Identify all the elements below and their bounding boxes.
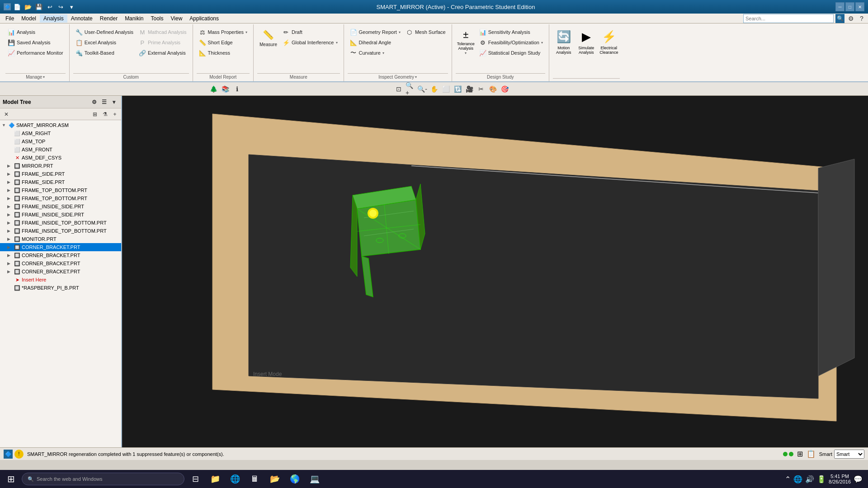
menu-annotate[interactable]: Annotate [67, 14, 96, 23]
search-icon[interactable]: 🔍 [835, 14, 844, 23]
tree-item-frame-side-1[interactable]: ▶ 🔲 FRAME_SIDE.PRT [0, 170, 121, 178]
mesh-surface-btn[interactable]: ⬡ Mesh Surface [404, 27, 448, 37]
taskbar-task-view[interactable]: ⊟ [186, 471, 204, 487]
taskbar-chrome[interactable]: 🌐 [226, 471, 244, 487]
draft-btn[interactable]: ✏ Draft [280, 27, 340, 37]
tree-item-frame-side-2[interactable]: ▶ 🔲 FRAME_SIDE.PRT [0, 178, 121, 186]
taskbar-calculator[interactable]: 🖩 [246, 471, 264, 487]
menu-model[interactable]: Model [18, 14, 40, 23]
statistical-btn[interactable]: 📈 Statistical Design Study [477, 48, 545, 58]
zoom-out-btn[interactable]: 🔍- [417, 84, 428, 94]
layer-tree-btn[interactable]: 📚 [220, 84, 231, 94]
spin-btn[interactable]: 🔃 [452, 84, 463, 94]
simulate-btn[interactable]: ▶ SimulateAnalysis [576, 26, 597, 56]
mt-filter-btn[interactable]: ⚗ [100, 110, 109, 119]
layer-view-btn[interactable]: 📋 [807, 450, 816, 458]
taskbar-folder[interactable]: 📂 [266, 471, 284, 487]
mt-dd-btn[interactable]: ▾ [109, 98, 118, 107]
prop-btn[interactable]: ℹ [231, 84, 242, 94]
curvature-btn[interactable]: 〜 Curvature ▾ [348, 48, 403, 58]
tree-item-frame-inside-tb-1[interactable]: ▶ 🔲 FRAME_INSIDE_TOP_BOTTOM.PRT [0, 219, 121, 227]
performance-monitor-btn[interactable]: 📈 Performance Monitor [5, 48, 66, 58]
redo-btn[interactable]: ↪ [56, 2, 65, 11]
analysis-btn[interactable]: 📊 Analysis [5, 27, 66, 37]
short-edge-btn[interactable]: 📏 Short Edge [197, 38, 250, 47]
tree-item-frame-inside-tb-2[interactable]: ▶ 🔲 FRAME_INSIDE_TOP_BOTTOM.PRT [0, 227, 121, 235]
undo-btn[interactable]: ↩ [45, 2, 54, 11]
menu-file[interactable]: File [2, 14, 18, 23]
mt-add-btn[interactable]: + [110, 110, 119, 119]
mt-close-btn[interactable]: ✕ [2, 110, 11, 119]
section-btn[interactable]: ✂ [476, 84, 486, 94]
view3d-btn[interactable]: 🎥 [464, 84, 475, 94]
appearance-btn[interactable]: 🎨 [487, 84, 498, 94]
measure-big-btn[interactable]: 📏 Measure [257, 26, 279, 48]
tree-item-asm-front[interactable]: ⬜ ASM_FRONT [0, 145, 121, 154]
taskbar-network-icon[interactable]: 🌐 [793, 475, 802, 483]
global-interference-btn[interactable]: ⚡ Global Interference ▾ [280, 38, 340, 47]
tree-item-frame-top-bottom-2[interactable]: ▶ 🔲 FRAME_TOP_BOTTOM.PRT [0, 194, 121, 202]
new-btn[interactable]: 📄 [13, 2, 22, 11]
user-defined-analysis-btn[interactable]: 🔧 User-Defined Analysis [73, 27, 136, 37]
maximize-btn[interactable]: □ [845, 2, 854, 11]
tree-item-corner-bracket-3[interactable]: ▶ 🔲 CORNER_BRACKET.PRT [0, 259, 121, 267]
taskbar-battery-icon[interactable]: 🔋 [817, 475, 826, 483]
tree-item-frame-top-bottom-1[interactable]: ▶ 🔲 FRAME_TOP_BOTTOM.PRT [0, 186, 121, 194]
mt-settings-btn[interactable]: ⚙ [90, 98, 99, 107]
mass-properties-btn[interactable]: ⚖ Mass Properties ▾ [197, 27, 250, 37]
tree-item-corner-bracket-1[interactable]: ▶ 🔲 CORNER_BRACKET.PRT [0, 243, 121, 251]
menu-tools[interactable]: Tools [147, 14, 167, 23]
minimize-btn[interactable]: ─ [835, 2, 844, 11]
select-btn[interactable]: ⬜ [440, 84, 451, 94]
open-btn[interactable]: 📂 [24, 2, 33, 11]
dihedral-angle-btn[interactable]: 📐 Dihedral Angle [348, 38, 403, 47]
tree-item-corner-bracket-2[interactable]: ▶ 🔲 CORNER_BRACKET.PRT [0, 251, 121, 259]
viewport[interactable]: Insert Mode [122, 96, 868, 447]
menu-manikin[interactable]: Manikin [121, 14, 147, 23]
tree-item-frame-inside-side-2[interactable]: ▶ 🔲 FRAME_INSIDE_SIDE.PRT [0, 211, 121, 219]
tree-item-mirror-prt[interactable]: ▶ 🔲 MIRROR.PRT [0, 162, 121, 170]
geometry-report-btn[interactable]: 📄 Geometry Report ▾ [348, 27, 403, 37]
taskbar-volume-icon[interactable]: 🔊 [805, 475, 814, 483]
analysis-view-btn[interactable]: 🎯 [499, 84, 510, 94]
help-icon[interactable]: ? [857, 14, 866, 23]
sensitivity-analysis-btn[interactable]: 📊 Sensitivity Analysis [477, 27, 545, 37]
tree-item-insert-here[interactable]: ➤ Insert Here [0, 276, 121, 284]
menu-render[interactable]: Render [96, 14, 121, 23]
menu-applications[interactable]: Applications [186, 14, 222, 23]
motion-analysis-btn[interactable]: 🔄 MotionAnalysis [553, 26, 575, 56]
zoom-fit-btn[interactable]: ⊡ [393, 84, 404, 94]
mt-expand-btn[interactable]: ⊞ [90, 110, 99, 119]
model-compare-btn[interactable]: ⊞ [797, 450, 803, 458]
prime-analysis-btn[interactable]: P Prime Analysis [137, 38, 189, 47]
mathcad-analysis-btn[interactable]: M Mathcad Analysis [137, 27, 189, 37]
more-qat-btn[interactable]: ▾ [67, 2, 76, 11]
taskbar-notifications[interactable]: 💬 [854, 475, 863, 483]
menu-view[interactable]: View [167, 14, 186, 23]
saved-analysis-btn[interactable]: 💾 Saved Analysis [5, 38, 66, 47]
pan-btn[interactable]: ✋ [429, 84, 439, 94]
excel-analysis-btn[interactable]: 📋 Excel Analysis [73, 38, 136, 47]
tree-item-monitor-prt[interactable]: ▶ 🔲 MONITOR.PRT [0, 235, 121, 243]
tree-item-asm-root[interactable]: ▼ 🔷 SMART_MIRROR.ASM [0, 121, 121, 129]
ribbon-search-input[interactable] [743, 14, 834, 23]
feasibility-btn[interactable]: ⚙ Feasibility/Optimization ▾ [477, 38, 545, 47]
save-btn[interactable]: 💾 [34, 2, 43, 11]
tree-item-asm-def-csys[interactable]: ✕ ASM_DEF_CSYS [0, 154, 121, 162]
tree-item-asm-right[interactable]: ⬜ ASM_RIGHT [0, 129, 121, 137]
zoom-in-btn[interactable]: 🔍+ [405, 84, 416, 94]
start-button[interactable]: ⊞ [2, 471, 20, 487]
external-analysis-btn[interactable]: 🔗 External Analysis [137, 48, 189, 58]
toolkit-based-btn[interactable]: 🔩 Toolkit-Based [73, 48, 136, 58]
mode-dropdown[interactable]: Smart Standard [834, 450, 864, 459]
mt-list-btn[interactable]: ☰ [99, 98, 108, 107]
settings-icon[interactable]: ⚙ [846, 14, 855, 23]
taskbar-chevron-up[interactable]: ⌃ [785, 475, 791, 483]
taskbar-globe[interactable]: 🌎 [286, 471, 304, 487]
tree-item-raspberry-pi[interactable]: 🔲 *RASPBERRY_PI_B.PRT [0, 284, 121, 292]
electrical-clearance-btn[interactable]: ⚡ ElectricalClearance [598, 26, 620, 56]
tolerance-analysis-btn[interactable]: ± ToleranceAnalysis ▾ [456, 26, 476, 56]
tree-item-corner-bracket-4[interactable]: ▶ 🔲 CORNER_BRACKET.PRT [0, 267, 121, 276]
tree-item-frame-inside-side-1[interactable]: ▶ 🔲 FRAME_INSIDE_SIDE.PRT [0, 202, 121, 211]
taskbar-file-explorer[interactable]: 📁 [206, 471, 224, 487]
